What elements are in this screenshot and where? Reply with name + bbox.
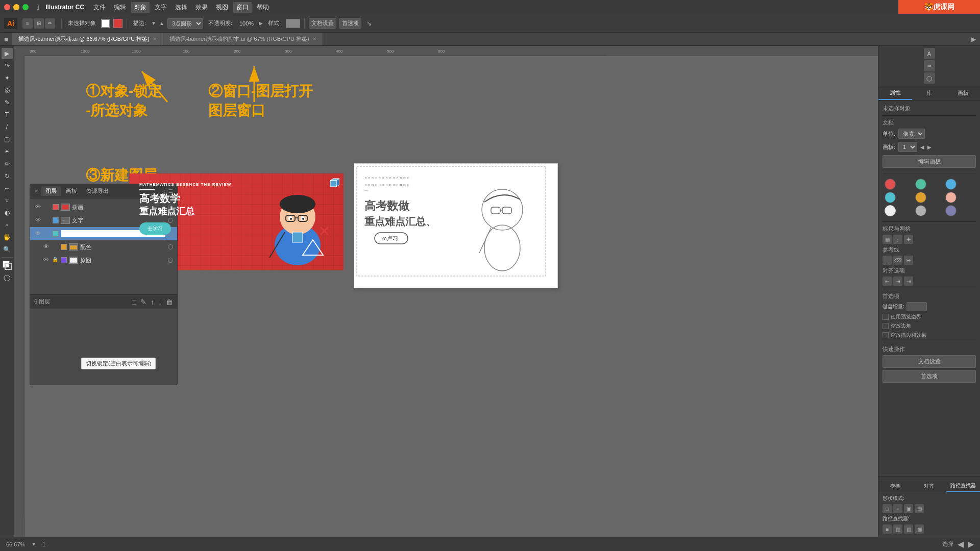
color-swatch-1[interactable]: [915, 179, 926, 190]
line-tool[interactable]: /: [2, 121, 13, 133]
layer-eye-2[interactable]: 👁: [34, 230, 41, 237]
align-opt-icon-2[interactable]: ⇥: [893, 277, 902, 286]
arrange-docs-icon[interactable]: ▶: [971, 36, 976, 43]
move-selection-btn[interactable]: ↑: [151, 298, 154, 306]
stroke-color-box[interactable]: [101, 19, 110, 28]
snap-bounds-checkbox[interactable]: [883, 314, 889, 320]
pf-icon-3[interactable]: ▨: [904, 524, 913, 534]
layer-eye-0[interactable]: 👁: [34, 204, 41, 211]
rp-icon-1[interactable]: A: [924, 48, 935, 59]
stroke-adjust-up[interactable]: ▲: [159, 20, 164, 26]
layer-row-4[interactable]: 👁 🔒 原图: [30, 254, 177, 267]
preferences-button[interactable]: 首选项: [339, 18, 361, 29]
align-opt-icon-1[interactable]: ⇤: [883, 277, 892, 286]
style-swatch[interactable]: [286, 19, 300, 28]
canvas-area[interactable]: 300 1200 1100 100 200 300 400 500 600 ①对…: [14, 46, 878, 537]
gradient-tool[interactable]: ▫: [2, 219, 13, 231]
fill-color-box[interactable]: [113, 19, 122, 28]
pencil-tool[interactable]: ✏: [2, 158, 13, 169]
pf-icon-4[interactable]: ▩: [915, 524, 924, 534]
apple-menu[interactable]: : [37, 3, 39, 11]
magic-wand-tool[interactable]: ✦: [2, 72, 13, 84]
graph-tool[interactable]: ◐: [2, 207, 13, 218]
color-swatch-8[interactable]: [945, 205, 957, 216]
tab-close-1[interactable]: ✕: [312, 36, 316, 42]
menu-item-help[interactable]: 帮助: [254, 2, 272, 13]
opacity-adjust[interactable]: ▶: [259, 20, 263, 26]
tab-close-0[interactable]: ✕: [153, 36, 157, 42]
menu-item-edit[interactable]: 编辑: [111, 2, 129, 13]
rect-tool[interactable]: ▢: [2, 134, 13, 145]
doc-settings-button[interactable]: 文档设置: [309, 18, 336, 29]
scale-tool[interactable]: ⍒: [2, 195, 13, 206]
align-icon-grid[interactable]: ▦: [883, 235, 892, 244]
menu-item-window[interactable]: 窗口: [233, 2, 252, 13]
panel-close-icon[interactable]: ✕: [34, 188, 38, 194]
scale-effects-checkbox[interactable]: [883, 332, 889, 338]
rp-tab-properties[interactable]: 属性: [878, 86, 912, 100]
menu-item-select[interactable]: 选择: [172, 2, 190, 13]
bb-nav-right[interactable]: ▶: [968, 539, 974, 549]
layer-lock-0[interactable]: [43, 204, 51, 211]
shape-exclude-icon[interactable]: ▤: [915, 504, 924, 513]
close-button[interactable]: [4, 4, 10, 10]
text-tool[interactable]: T: [2, 109, 13, 120]
keyboard-increment-input[interactable]: 1 px: [906, 302, 927, 311]
mirror-tool[interactable]: ↔: [2, 183, 13, 194]
guide-icon-1[interactable]: ⎯: [883, 256, 892, 265]
menu-item-object[interactable]: 对象: [131, 2, 150, 13]
merge-layers-btn[interactable]: ↓: [158, 298, 162, 306]
rp-bottom-tab-transform[interactable]: 变换: [878, 480, 912, 492]
essentials-icon[interactable]: ≡: [22, 18, 33, 29]
align-opt-icon-3[interactable]: ⇥: [904, 277, 913, 286]
menu-item-file[interactable]: 文件: [90, 2, 109, 13]
panel-tab-export[interactable]: 资源导出: [82, 186, 113, 196]
guide-icon-3[interactable]: ↦: [904, 256, 913, 265]
eyedropper-tool[interactable]: 🖐: [2, 232, 13, 243]
pen-tool[interactable]: ✎: [2, 97, 13, 108]
panel-tab-artboards[interactable]: 画板: [62, 186, 81, 196]
color-swatch-5[interactable]: [945, 192, 957, 203]
rp-bottom-tab-pathfinder[interactable]: 路径查找器: [946, 480, 980, 492]
layer-lock-4[interactable]: 🔒: [52, 257, 59, 264]
align-icon-cross[interactable]: ✚: [904, 235, 913, 244]
color-swatch-0[interactable]: [885, 179, 896, 190]
rp-tab-library[interactable]: 库: [912, 86, 946, 100]
color-swatch-3[interactable]: [885, 192, 896, 203]
banner-button[interactable]: 去学习: [139, 222, 171, 235]
layer-eye-3[interactable]: 👁: [42, 243, 50, 251]
unit-select[interactable]: 像素: [898, 129, 925, 139]
rotate-tool[interactable]: ↻: [2, 170, 13, 182]
round-corners-checkbox[interactable]: [883, 323, 889, 329]
color-swatch-2[interactable]: [945, 179, 957, 190]
shape-intersect-icon[interactable]: ▣: [904, 504, 913, 513]
rp-bottom-tab-align[interactable]: 对齐: [912, 480, 946, 492]
shape-unite-icon[interactable]: □: [883, 504, 892, 513]
menu-item-text[interactable]: 文字: [152, 2, 170, 13]
artboard-select[interactable]: 1: [898, 142, 917, 152]
pencil-icon[interactable]: ✏: [45, 18, 55, 29]
fill-stroke-widget[interactable]: [2, 260, 13, 271]
menu-item-effect[interactable]: 效果: [192, 2, 211, 13]
panel-tab-layers[interactable]: 图层: [41, 186, 61, 196]
stroke-type-select[interactable]: 3点圆形: [167, 18, 203, 29]
rp-icon-3[interactable]: ◯: [924, 72, 935, 84]
maximize-button[interactable]: [22, 4, 29, 10]
grid-view-icon[interactable]: ⊞: [34, 18, 44, 29]
draw-normal-icon[interactable]: ◯: [2, 272, 13, 283]
edit-artboard-button[interactable]: 编辑画板: [883, 155, 976, 168]
color-swatch-7[interactable]: [915, 205, 926, 216]
select-tool[interactable]: ▶: [2, 48, 13, 59]
layer-lock-3[interactable]: [52, 243, 59, 251]
layer-eye-1[interactable]: 👁: [34, 217, 41, 224]
lasso-tool[interactable]: ◎: [2, 85, 13, 96]
guide-icon-2[interactable]: ⌫: [893, 256, 902, 265]
rp-tab-artboards[interactable]: 画板: [946, 86, 980, 100]
new-layer-btn[interactable]: □: [132, 298, 136, 306]
layer-row-3[interactable]: 👁 配色: [30, 240, 177, 254]
layer-eye-4[interactable]: 👁: [42, 257, 50, 264]
quick-preferences-button[interactable]: 首选项: [883, 370, 976, 383]
tab-1[interactable]: 插边风-banner演示稿的副本.ai @ 67% (RGB/GPU 推鉴) ✕: [163, 33, 323, 45]
pf-icon-2[interactable]: ▧: [893, 524, 902, 534]
layer-lock-1[interactable]: [43, 217, 51, 224]
